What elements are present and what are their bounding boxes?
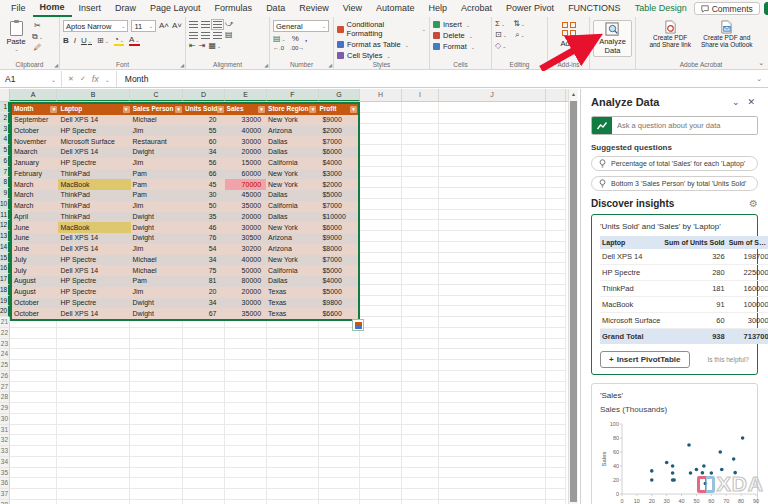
cell[interactable] <box>57 457 130 468</box>
cell[interactable] <box>10 349 57 360</box>
cell[interactable] <box>225 382 267 393</box>
cell[interactable] <box>439 468 546 479</box>
table-cell[interactable]: New York <box>266 222 317 233</box>
find-select-button[interactable]: ⌕⌄ <box>515 31 525 39</box>
cell[interactable] <box>402 468 439 479</box>
row-header-11[interactable]: 11 <box>0 210 10 221</box>
table-cell[interactable]: California <box>266 265 317 276</box>
format-cells-button[interactable]: Format⌄ <box>433 42 488 51</box>
table-cell[interactable]: Dell XPS 14 <box>58 244 130 255</box>
cell[interactable] <box>267 489 319 500</box>
cell[interactable] <box>546 199 566 210</box>
copy-button[interactable]: ⧉⌄ <box>32 33 43 41</box>
share-button[interactable]: Share ⌄ <box>764 2 768 15</box>
cell[interactable] <box>402 253 439 264</box>
cell[interactable] <box>546 263 566 274</box>
cell[interactable] <box>57 478 130 489</box>
cell[interactable] <box>360 339 402 350</box>
cell[interactable] <box>225 360 267 371</box>
increase-indent-button[interactable]: ⇥ <box>199 42 206 50</box>
cell[interactable] <box>360 145 402 156</box>
cell[interactable] <box>267 500 319 504</box>
row-header-6[interactable]: 6 <box>0 156 10 167</box>
row-header-12[interactable]: 12 <box>0 220 10 231</box>
row-header-23[interactable]: 23 <box>0 339 10 350</box>
cell[interactable] <box>267 403 319 414</box>
cell[interactable] <box>225 371 267 382</box>
cell[interactable] <box>225 349 267 360</box>
row-header-24[interactable]: 24 <box>0 349 10 360</box>
cell[interactable] <box>319 435 360 446</box>
cell[interactable] <box>360 177 402 188</box>
cell[interactable] <box>57 414 130 425</box>
cell[interactable] <box>546 156 566 167</box>
cell[interactable] <box>360 457 402 468</box>
cell[interactable] <box>439 253 546 264</box>
cell[interactable] <box>546 210 566 221</box>
cell[interactable] <box>360 306 402 317</box>
table-cell[interactable]: Arizona <box>266 126 317 137</box>
cell[interactable] <box>57 382 130 393</box>
table-cell[interactable]: Pam <box>131 276 183 287</box>
cell[interactable] <box>267 392 319 403</box>
ribbon-tab-view[interactable]: View <box>336 1 369 16</box>
cell[interactable] <box>439 425 546 436</box>
cell[interactable] <box>10 468 57 479</box>
cell[interactable] <box>319 500 360 504</box>
column-header-A[interactable]: A <box>10 89 57 101</box>
cell[interactable] <box>319 360 360 371</box>
filter-dropdown-icon[interactable]: ▾ <box>50 106 57 113</box>
row-header-14[interactable]: 14 <box>0 242 10 253</box>
row-header-20[interactable]: 20 <box>0 306 10 317</box>
table-cell[interactable]: Dell XPS 14 <box>58 115 130 126</box>
cell[interactable] <box>130 339 183 350</box>
cell[interactable] <box>360 414 402 425</box>
table-cell[interactable]: 60 <box>183 136 225 147</box>
ribbon-tab-power-pivot[interactable]: Power Pivot <box>499 1 561 16</box>
sort-filter-button[interactable]: ⇅⌄ <box>513 20 525 28</box>
table-cell[interactable]: Jim <box>131 158 183 169</box>
cell[interactable] <box>57 403 130 414</box>
table-cell[interactable]: July <box>12 255 58 266</box>
ribbon-tab-formulas[interactable]: Formulas <box>208 1 260 16</box>
cell[interactable] <box>267 468 319 479</box>
cell[interactable] <box>360 220 402 231</box>
cell[interactable] <box>439 349 546 360</box>
addins-button[interactable]: Add- <box>561 39 577 48</box>
cell[interactable] <box>57 446 130 457</box>
row-header-10[interactable]: 10 <box>0 199 10 210</box>
table-cell[interactable]: $5000 <box>317 287 358 298</box>
table-cell[interactable]: Dell XPS 14 <box>58 265 130 276</box>
format-painter-button[interactable]: 🖉 <box>32 44 43 52</box>
cell[interactable] <box>402 231 439 242</box>
table-cell[interactable]: $9800 <box>317 298 358 309</box>
table-cell[interactable]: Dallas <box>266 190 317 201</box>
row-header-33[interactable]: 33 <box>0 446 10 457</box>
filter-dropdown-icon[interactable]: ▾ <box>175 106 182 113</box>
comma-style-button[interactable]: , <box>305 35 307 43</box>
table-cell[interactable]: Texas <box>266 298 317 309</box>
table-cell[interactable]: 20 <box>183 287 225 298</box>
cell[interactable] <box>183 500 225 504</box>
cell[interactable] <box>225 328 267 339</box>
table-cell[interactable]: $4000 <box>317 158 358 169</box>
cell[interactable] <box>267 360 319 371</box>
cell[interactable] <box>546 349 566 360</box>
cell[interactable] <box>183 457 225 468</box>
cell[interactable] <box>267 382 319 393</box>
cell[interactable] <box>402 156 439 167</box>
table-cell[interactable]: Texas <box>266 287 317 298</box>
table-cell[interactable]: June <box>12 233 58 244</box>
italic-button[interactable]: I <box>74 37 76 45</box>
font-name-combo[interactable]: Aptos Narrow⌄ <box>63 20 128 32</box>
cell[interactable] <box>439 220 546 231</box>
cell[interactable] <box>546 102 566 113</box>
table-cell[interactable]: 54 <box>183 244 225 255</box>
table-cell[interactable]: 60000 <box>225 169 267 180</box>
table-cell[interactable]: Pam <box>131 190 183 201</box>
cell[interactable] <box>360 134 402 145</box>
ribbon-tab-functions[interactable]: FUNCTIONS <box>561 1 628 16</box>
table-cell[interactable]: Michael <box>131 115 183 126</box>
cell[interactable] <box>360 231 402 242</box>
cell[interactable] <box>225 500 267 504</box>
